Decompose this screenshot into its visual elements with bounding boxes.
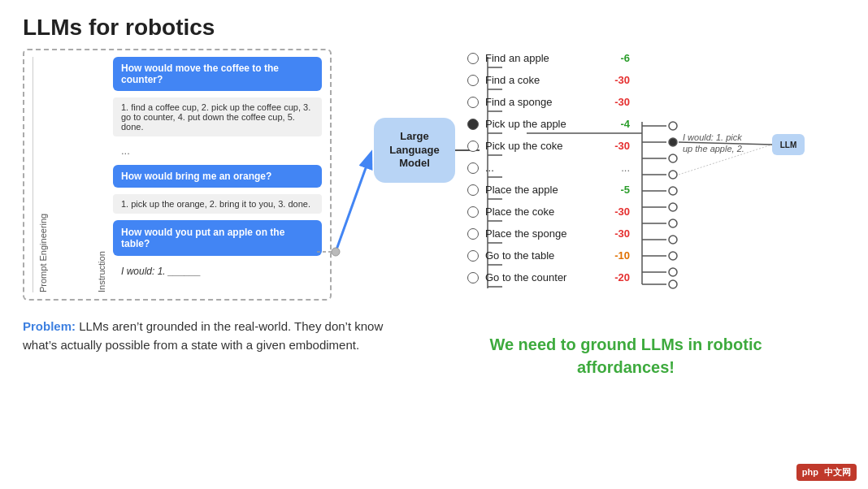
tree-row: Place the sponge-30 xyxy=(467,223,849,244)
tree-node-circle xyxy=(467,119,479,130)
tree-row: Go to the counter-20 xyxy=(467,266,849,288)
tree-node-label: Go to the table xyxy=(485,249,599,262)
bottom-left-section: Problem: LLMs aren’t grounded in the rea… xyxy=(23,317,388,355)
tree-node-score: ... xyxy=(599,162,630,174)
tree-node-circle xyxy=(467,206,479,218)
llm-box: LargeLanguageModel xyxy=(374,118,455,183)
tree-node-circle xyxy=(467,75,479,86)
ellipsis-1: ... xyxy=(113,143,322,158)
solution-text: We need to ground LLMs in robotic afford… xyxy=(463,333,788,379)
tree-panel: Find an apple-6Find a coke-30Find a spon… xyxy=(467,47,849,288)
tree-node-score: -30 xyxy=(599,227,630,240)
tree-node-circle xyxy=(467,97,479,108)
tree-node-score: -5 xyxy=(599,184,630,196)
tree-node-score: -30 xyxy=(599,96,630,108)
tree-node-score: -6 xyxy=(599,52,630,64)
tree-row: Place the apple-5 xyxy=(467,179,849,201)
tree-node-score: -30 xyxy=(599,74,630,86)
php-badge: php 中文网 xyxy=(796,464,857,481)
tree-row: Find an apple-6 xyxy=(467,47,849,69)
tree-row: Find a coke-30 xyxy=(467,69,849,91)
tree-row: Find a sponge-30 xyxy=(467,91,849,113)
tree-node-circle xyxy=(467,162,479,174)
tree-node-label: Go to the counter xyxy=(485,271,599,283)
tree-node-score: -10 xyxy=(599,249,630,262)
chat-response-2: 1. pick up the orange, 2. bring it to yo… xyxy=(113,194,322,214)
tree-node-circle xyxy=(467,272,479,283)
tree-node-label: Find an apple xyxy=(485,52,599,64)
chat-bubble-1: How would move the coffee to the counter… xyxy=(113,57,322,91)
chat-bubble-3: How would you put an apple on the table? xyxy=(113,220,322,256)
tree-node-label: Find a coke xyxy=(485,74,599,86)
tree-row: Place the coke-30 xyxy=(467,201,849,223)
label-prompt-engineering: Prompt Engineering xyxy=(38,57,48,292)
tree-rows: Find an apple-6Find a coke-30Find a spon… xyxy=(467,47,849,288)
php-text: php xyxy=(802,467,818,477)
tree-node-label: Place the apple xyxy=(485,184,599,196)
tree-row: Pick up the apple-4 xyxy=(467,113,849,135)
problem-text: LLMs aren’t grounded in the real-world. … xyxy=(23,319,383,352)
svg-point-2 xyxy=(332,248,340,256)
left-panel: Prompt Engineering Instruction How would… xyxy=(23,49,332,301)
tree-node-circle xyxy=(467,141,479,152)
tree-row: Pick up the coke-30 xyxy=(467,135,849,157)
cn-text: 中文网 xyxy=(822,467,851,477)
tree-node-label: Find a sponge xyxy=(485,96,599,108)
tree-row: ...... xyxy=(467,157,849,179)
problem-paragraph: Problem: LLMs aren’t grounded in the rea… xyxy=(23,317,388,355)
chat-bubble-2: How would bring me an orange? xyxy=(113,165,322,188)
tree-node-score: -30 xyxy=(599,206,630,218)
problem-label: Problem: xyxy=(23,319,76,333)
tree-node-circle xyxy=(467,184,479,196)
tree-node-circle xyxy=(467,228,479,240)
tree-node-label: Pick up the coke xyxy=(485,140,599,152)
tree-node-circle xyxy=(467,53,479,64)
chat-area: How would move the coffee to the counter… xyxy=(113,57,322,292)
page-title: LLMs for robotics xyxy=(23,15,215,41)
tree-node-label: Place the sponge xyxy=(485,227,599,240)
label-instruction: Instruction xyxy=(97,57,106,292)
tree-node-label: Pick up the apple xyxy=(485,118,599,130)
tree-node-score: -30 xyxy=(599,140,630,152)
tree-node-label: Place the coke xyxy=(485,206,599,218)
tree-row: Go to the table-10 xyxy=(467,244,849,266)
bottom-right-section: We need to ground LLMs in robotic afford… xyxy=(463,333,788,379)
tree-node-label: ... xyxy=(485,162,599,174)
chat-response-1: 1. find a coffee cup, 2. pick up the cof… xyxy=(113,97,322,136)
tree-node-circle xyxy=(467,250,479,262)
sidebar-labels: Prompt Engineering Instruction xyxy=(33,57,106,292)
tooltip-text: I would: 1. pick up the apple, 2. xyxy=(683,132,748,155)
tree-node-score: -4 xyxy=(599,118,630,130)
tree-node-score: -20 xyxy=(599,271,630,283)
instruction-text: I would: 1. ______ xyxy=(113,262,322,280)
svg-line-0 xyxy=(336,154,371,252)
